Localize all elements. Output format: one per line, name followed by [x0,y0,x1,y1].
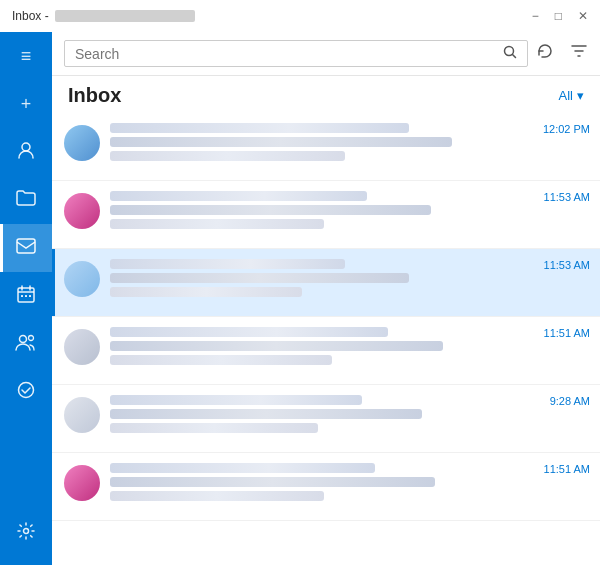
email-sender-blurred [110,395,362,405]
person-icon [16,140,36,165]
email-meta: 11:53 AM [538,259,590,306]
calendar-icon [17,285,35,308]
email-preview-blurred [110,423,318,433]
email-meta: 9:28 AM [544,395,590,442]
svg-point-0 [22,143,30,151]
email-sender-blurred [110,191,367,201]
search-input[interactable] [75,46,503,62]
email-preview-blurred [110,355,332,365]
sidebar-item-people[interactable] [0,320,52,368]
email-time: 11:51 AM [544,463,590,475]
email-sender-blurred [110,463,375,473]
email-subject-blurred [110,341,443,351]
email-subject-blurred [110,273,409,283]
search-bar [52,32,600,76]
avatar [64,329,100,365]
email-body [110,191,538,238]
folder-icon [16,189,36,212]
close-button[interactable]: ✕ [578,10,588,22]
email-subject-blurred [110,409,422,419]
sidebar: ≡ + [0,32,52,565]
sidebar-item-settings[interactable] [0,509,52,557]
email-sender-blurred [110,259,345,269]
compose-icon: + [21,94,32,115]
search-input-wrapper[interactable] [64,40,528,67]
maximize-button[interactable]: □ [555,10,562,22]
email-meta: 11:51 AM [538,327,590,374]
avatar [64,261,100,297]
email-body [110,327,538,374]
people-icon [15,333,37,356]
email-time: 11:51 AM [544,327,590,339]
avatar [64,465,100,501]
email-subject-blurred [110,137,452,147]
filter-label: All [559,88,573,103]
email-body [110,395,544,442]
email-subject-blurred [110,477,435,487]
inbox-title: Inbox [68,84,121,107]
app-title: Inbox - [12,9,49,23]
inbox-header: Inbox All ▾ [52,76,600,113]
email-subject-blurred [110,205,431,215]
search-icon[interactable] [503,45,517,62]
email-preview-blurred [110,491,324,501]
inbox-filter[interactable]: All ▾ [559,88,584,103]
email-time: 12:02 PM [543,123,590,135]
titlebar-controls: − □ ✕ [532,10,588,22]
sidebar-item-mail[interactable] [0,224,52,272]
menu-icon: ≡ [21,46,32,67]
email-body [110,123,537,170]
mail-icon [16,238,36,259]
email-item[interactable]: 9:28 AM [52,385,600,453]
svg-rect-1 [17,239,35,253]
email-time: 11:53 AM [544,191,590,203]
sidebar-item-menu[interactable]: ≡ [0,32,52,80]
email-list: 12:02 PM 11:53 AM 11:53 AM 11:51 AM [52,113,600,565]
email-item[interactable]: 12:02 PM [52,113,600,181]
titlebar-title: Inbox - [12,9,532,23]
checkmark-icon [17,381,35,404]
avatar [64,193,100,229]
minimize-button[interactable]: − [532,10,539,22]
sidebar-item-folders[interactable] [0,176,52,224]
email-meta: 12:02 PM [537,123,590,170]
svg-rect-5 [29,295,31,297]
titlebar-blurred [55,10,195,22]
toolbar-icons [536,42,588,65]
svg-point-8 [19,382,34,397]
email-preview-blurred [110,287,302,297]
email-preview-blurred [110,151,345,161]
avatar [64,125,100,161]
svg-rect-4 [25,295,27,297]
email-meta: 11:51 AM [538,463,590,510]
email-time: 11:53 AM [544,259,590,271]
refresh-icon[interactable] [536,42,554,65]
svg-point-7 [29,335,34,340]
selected-bar [52,249,55,316]
sidebar-item-contacts[interactable] [0,128,52,176]
svg-point-6 [20,335,27,342]
titlebar: Inbox - − □ ✕ [0,0,600,32]
email-sender-blurred [110,123,409,133]
sidebar-item-compose[interactable]: + [0,80,52,128]
email-item[interactable]: 11:53 AM [52,181,600,249]
sidebar-item-tasks[interactable] [0,368,52,416]
email-preview-blurred [110,219,324,229]
email-item[interactable]: 11:53 AM [52,249,600,317]
svg-rect-3 [21,295,23,297]
email-item[interactable]: 11:51 AM [52,317,600,385]
email-time: 9:28 AM [550,395,590,407]
avatar [64,397,100,433]
email-sender-blurred [110,327,388,337]
main-content: Inbox All ▾ 12:02 PM 11:53 AM [52,32,600,565]
filter-icon[interactable] [570,42,588,65]
email-item[interactable]: 11:51 AM [52,453,600,521]
email-body [110,463,538,510]
settings-icon [17,522,35,545]
svg-point-9 [24,528,29,533]
email-meta: 11:53 AM [538,191,590,238]
app-container: ≡ + [0,32,600,565]
sidebar-item-calendar[interactable] [0,272,52,320]
email-body [110,259,538,306]
chevron-down-icon: ▾ [577,88,584,103]
